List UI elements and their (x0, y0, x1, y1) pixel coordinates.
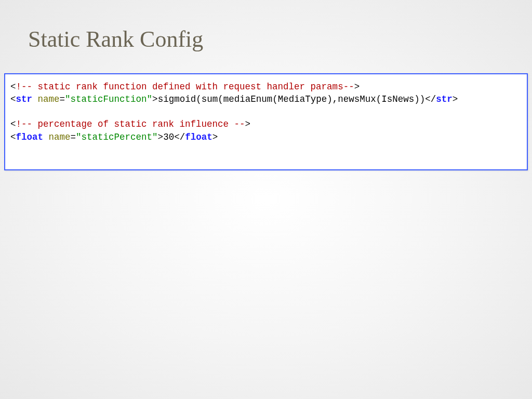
code-line-2: <str name="staticFunction">sigmoid(sum(m… (10, 94, 458, 104)
code-line-4: <!-- percentage of static rank influence… (10, 119, 250, 129)
slide-container: Static Rank Config <!-- static rank func… (0, 0, 532, 399)
code-line-1: <!-- static rank function defined with r… (10, 82, 360, 92)
code-block: <!-- static rank function defined with r… (4, 73, 528, 170)
code-line-5: <float name="staticPercent">30</float> (10, 132, 218, 142)
slide-title: Static Rank Config (28, 26, 506, 52)
